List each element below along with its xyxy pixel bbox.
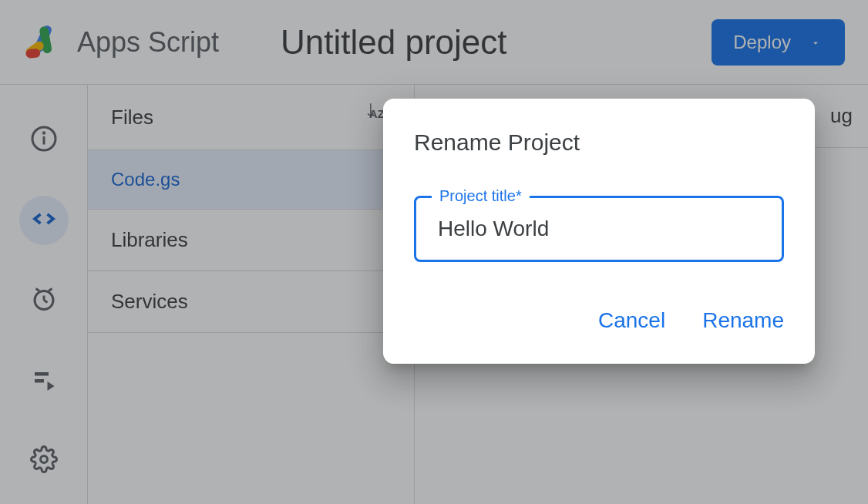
rename-project-dialog: Rename Project Project title* Cancel Ren… [383,99,815,364]
dialog-actions: Cancel Rename [414,308,784,333]
project-title-input[interactable] [438,217,760,241]
project-title-field-wrap: Project title* [414,196,784,262]
cancel-button[interactable]: Cancel [598,308,665,333]
dialog-title: Rename Project [414,129,784,156]
project-title-field-label: Project title* [432,187,530,205]
rename-button[interactable]: Rename [702,308,784,333]
